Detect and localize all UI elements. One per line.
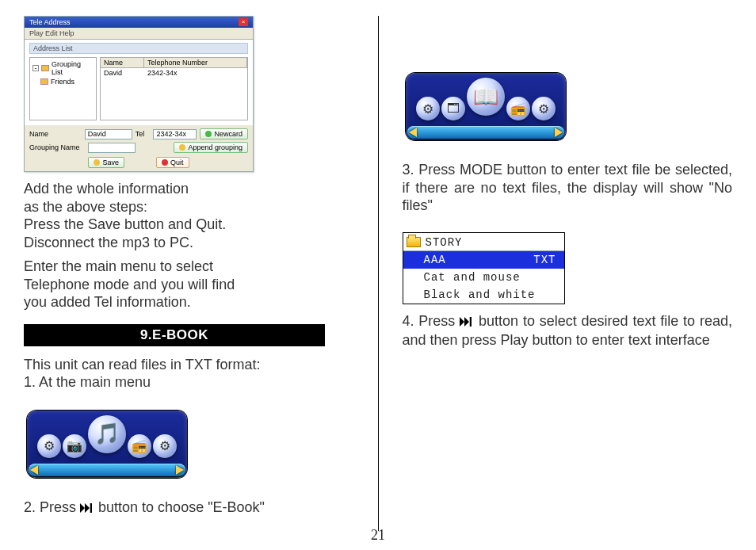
- ebook-step-2: 2. Press button to choose "E-Book": [24, 498, 354, 518]
- close-icon: [162, 159, 168, 166]
- device-main-menu-music: ⚙ 📷 🎵 📻 ⚙: [24, 401, 190, 484]
- para-enter-menu: Enter the main menu to select Telephone …: [24, 258, 354, 311]
- window-title: Tele Address: [29, 18, 71, 26]
- close-icon[interactable]: ×: [239, 18, 248, 26]
- grouping-tree[interactable]: -Grouping List Friends: [29, 57, 97, 120]
- col-tel: Telephone Number: [144, 58, 247, 67]
- col-name: Name: [101, 58, 144, 67]
- tel-label: Tel: [136, 130, 151, 138]
- nav-bar: [407, 126, 564, 139]
- section-label: Address List: [29, 43, 248, 54]
- disk-icon: [94, 159, 100, 166]
- menu-item-icon: ⚙: [416, 97, 440, 120]
- table-row[interactable]: David 2342-34x: [101, 68, 247, 78]
- section-header-ebook: 9.E-BOOK: [24, 324, 325, 346]
- name-label: Name: [29, 130, 82, 138]
- list-item[interactable]: Cat and mouse: [403, 269, 564, 286]
- menu-item-music-icon: 🎵: [88, 415, 126, 453]
- ebook-step-1: 1. At the main menu: [24, 373, 354, 391]
- svg-rect-0: [90, 503, 92, 513]
- menu-item-icon: 📻: [128, 434, 151, 458]
- plus-icon: [205, 131, 212, 137]
- contacts-table: Name Telephone Number David 2342-34x: [100, 57, 248, 120]
- minus-icon[interactable]: -: [32, 65, 39, 71]
- folder-open-icon: [407, 237, 421, 247]
- window-menubar[interactable]: Play Edit Help: [25, 28, 253, 40]
- name-field[interactable]: David: [85, 129, 132, 139]
- folder-icon: [40, 78, 48, 85]
- folder-icon: [41, 65, 49, 71]
- next-track-icon: [80, 500, 94, 518]
- save-button[interactable]: Save: [88, 157, 124, 168]
- menu-item-ebook-icon: 📖: [467, 78, 505, 116]
- folder-name: STORY: [426, 236, 463, 249]
- menu-item-icon: ⚙: [37, 434, 61, 458]
- menu-item-icon: ⚙: [532, 97, 556, 120]
- menu-item-icon: 🗔: [441, 97, 465, 120]
- menu-item-icon: 📻: [506, 97, 530, 120]
- table-header: Name Telephone Number: [101, 58, 247, 68]
- page-number: 21: [371, 527, 385, 544]
- folder-header: STORY: [403, 233, 564, 251]
- tree-child[interactable]: Friends: [51, 78, 74, 86]
- folder-icon: [179, 144, 185, 151]
- grouping-field[interactable]: [88, 143, 136, 153]
- nav-bar: [29, 464, 185, 476]
- newcard-button[interactable]: Newcard: [200, 128, 248, 139]
- list-item[interactable]: AAA TXT: [403, 251, 564, 269]
- quit-button[interactable]: Quit: [156, 157, 189, 168]
- ebook-step-3: 3. Press MODE button to enter text file …: [403, 161, 733, 215]
- arrow-right-icon: [176, 465, 184, 475]
- append-grouping-button[interactable]: Append grouping: [174, 142, 248, 153]
- next-track-icon: [460, 314, 474, 332]
- window-titlebar: Tele Address ×: [25, 17, 253, 28]
- arrow-left-icon: [409, 128, 417, 137]
- arrow-left-icon: [30, 465, 38, 475]
- ebook-intro: This unit can read files in TXT format:: [24, 356, 354, 374]
- menu-item-icon: 📷: [63, 434, 86, 458]
- ebook-step-4: 4. Press button to select desired text f…: [403, 312, 733, 349]
- arrow-right-icon: [555, 128, 563, 137]
- tree-root: Grouping List: [52, 60, 94, 76]
- svg-rect-1: [470, 317, 472, 327]
- para-add-info: Add the whole information as the above s…: [24, 180, 354, 251]
- menu-item-icon: ⚙: [153, 434, 177, 458]
- story-file-list: STORY AAA TXT Cat and mouse Black and wh…: [403, 232, 565, 304]
- device-main-menu-ebook: ⚙ 🗔 📖 📻 ⚙: [403, 63, 569, 147]
- list-item[interactable]: Black and white: [403, 286, 564, 304]
- tele-address-window: Tele Address × Play Edit Help Address Li…: [24, 16, 254, 172]
- tel-field[interactable]: 2342-34x: [153, 129, 197, 139]
- grouping-label: Grouping Name: [29, 143, 85, 151]
